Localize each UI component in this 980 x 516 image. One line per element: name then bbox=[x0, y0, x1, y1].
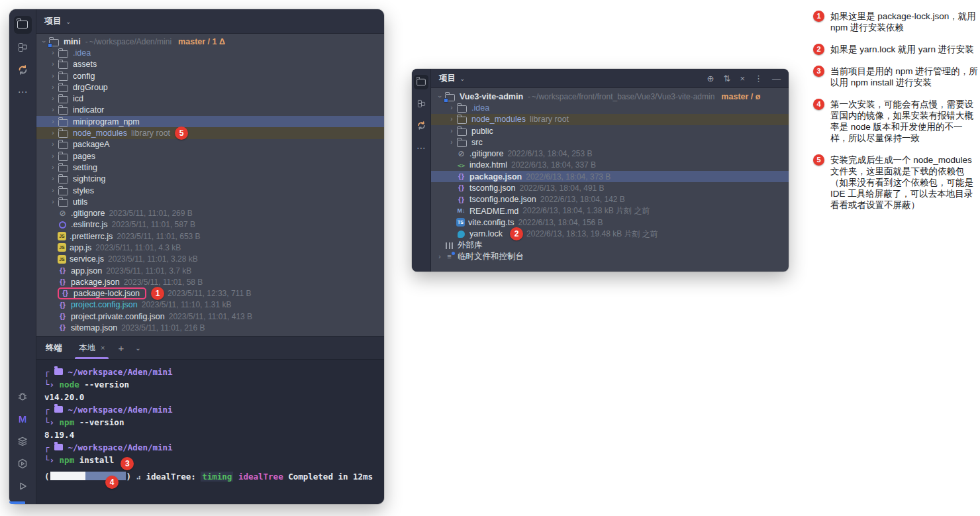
chevron-icon[interactable]: › bbox=[447, 116, 456, 123]
collapse-all-icon[interactable]: × bbox=[740, 74, 745, 83]
more-options-icon[interactable]: ⋮ bbox=[754, 74, 763, 83]
tree-item-vite.config.ts[interactable]: TSvite.config.ts2022/6/13, 18:04, 156 B bbox=[431, 217, 789, 228]
chevron-icon[interactable]: › bbox=[447, 139, 456, 146]
debug-bug-icon[interactable] bbox=[9, 385, 36, 407]
tree-item-.eslintrc.js[interactable]: .eslintrc.js2023/5/11, 11:01, 587 B bbox=[36, 219, 384, 231]
chevron-icon[interactable]: › bbox=[48, 61, 58, 68]
tree-item-project.config.json[interactable]: {}project.config.json2023/5/11, 11:10, 1… bbox=[36, 299, 384, 311]
tree-item-yarn.lock[interactable]: yarn.lock22022/6/13, 18:13, 19.48 kB 片刻 … bbox=[431, 229, 789, 240]
tree-item-styles[interactable]: ›styles bbox=[36, 185, 384, 196]
marker-badge-3: 3 bbox=[813, 66, 824, 77]
close-tab-icon[interactable]: × bbox=[101, 344, 105, 352]
chevron-icon[interactable]: › bbox=[48, 141, 58, 148]
tree-item-package.json[interactable]: {}package.json2023/5/11, 11:01, 58 B bbox=[36, 276, 384, 287]
left-toolwindow-stripe: ⋯ M bbox=[9, 9, 36, 504]
root-path-dash: - bbox=[528, 92, 530, 101]
locate-file-icon[interactable]: ⊕ bbox=[707, 74, 714, 83]
structure-grid-icon[interactable] bbox=[9, 36, 36, 58]
tree-item-app.js[interactable]: JSapp.js2023/5/11, 11:01, 4.3 kB bbox=[36, 242, 384, 253]
tree-item-project.private.config.json[interactable]: {}project.private.config.json2023/5/11, … bbox=[36, 311, 384, 322]
tree-item-.prettierrc.js[interactable]: JS.prettierrc.js2023/5/11, 11:01, 653 B bbox=[36, 231, 384, 242]
tree-item-miniprogram_npm[interactable]: ›miniprogram_npm bbox=[36, 116, 384, 127]
tree-item-临时文件和控制台[interactable]: ›≡临时文件和控制台 bbox=[431, 251, 789, 262]
md-icon: M↓ bbox=[456, 207, 466, 216]
tree-item-service.js[interactable]: JSservice.js2023/5/11, 11:01, 3.28 kB bbox=[36, 254, 384, 265]
expand-all-icon[interactable]: ⇅ bbox=[724, 74, 731, 83]
more-dots-icon[interactable]: ⋯ bbox=[412, 136, 430, 158]
tree-item-setting[interactable]: ›setting bbox=[36, 162, 384, 173]
tree-item-app.json[interactable]: {}app.json2023/5/11, 11:01, 3.7 kB bbox=[36, 265, 384, 276]
terminal-line: v14.20.0 bbox=[44, 391, 384, 403]
tree-item-indicator[interactable]: ›indicator bbox=[36, 105, 384, 116]
tree-item-sitemap.json[interactable]: {}sitemap.json2023/5/11, 11:01, 216 B bbox=[36, 322, 384, 333]
project-folder-icon[interactable] bbox=[412, 71, 430, 93]
chevron-expanded-icon[interactable]: › bbox=[436, 92, 443, 101]
tree-item-packageA[interactable]: ›packageA bbox=[36, 139, 384, 150]
tree-item-vue3-vite-admin-root[interactable]: › Vue3-vite-admin - ~/workspace/front/fr… bbox=[431, 91, 789, 102]
tree-item-tsconfig.json[interactable]: {}tsconfig.json2022/6/13, 18:04, 491 B bbox=[431, 182, 789, 193]
tree-item-.idea[interactable]: ›.idea bbox=[431, 102, 789, 113]
chevron-expanded-icon[interactable]: › bbox=[40, 37, 47, 46]
tree-item-package.json[interactable]: {}package.json2022/6/13, 18:04, 373 B bbox=[431, 171, 789, 182]
terminal-tab-local[interactable]: 本地 × bbox=[72, 336, 112, 359]
project-folder-icon[interactable] bbox=[9, 13, 36, 36]
hide-panel-icon[interactable]: — bbox=[772, 74, 781, 83]
chevron-icon[interactable]: › bbox=[48, 130, 58, 136]
chevron-icon[interactable]: › bbox=[447, 105, 456, 111]
tree-item-config[interactable]: ›config bbox=[36, 70, 384, 81]
more-dots-icon[interactable]: ⋯ bbox=[9, 81, 36, 103]
tree-item-utils[interactable]: ›utils bbox=[36, 196, 384, 207]
chevron-down-icon[interactable]: ⌄ bbox=[66, 18, 71, 25]
tree-item-.gitignore[interactable]: ⊘.gitignore2022/6/13, 18:04, 253 B bbox=[431, 148, 789, 159]
annotation-text: 如果这里是 package-lock.json，就用 npm 进行安装依赖 bbox=[830, 11, 980, 33]
tree-item-node_modules[interactable]: ›node_moduleslibrary root5 bbox=[36, 127, 384, 138]
terminal-options-chevron-icon[interactable]: ⌄ bbox=[130, 336, 146, 359]
tree-item-src[interactable]: ›src bbox=[431, 136, 789, 148]
tree-item-README.md[interactable]: M↓README.md2022/6/13, 18:04, 1.38 kB 片刻 … bbox=[431, 205, 789, 217]
tree-item-tsconfig.node.json[interactable]: {}tsconfig.node.json2022/6/13, 18:04, 14… bbox=[431, 194, 789, 205]
structure-grid-icon[interactable] bbox=[412, 93, 430, 115]
chevron-icon[interactable]: › bbox=[48, 176, 58, 182]
tree-item-mini-root[interactable]: › mini - ~/workspace/Aden/mini master / … bbox=[36, 36, 384, 47]
chevron-icon[interactable]: › bbox=[48, 107, 58, 113]
chevron-icon[interactable]: › bbox=[435, 254, 444, 260]
chevron-icon[interactable]: › bbox=[48, 119, 58, 125]
eslint-icon bbox=[58, 220, 68, 229]
file-label: setting bbox=[73, 163, 97, 172]
chevron-icon[interactable]: › bbox=[48, 73, 58, 79]
git-commit-icon[interactable] bbox=[412, 115, 430, 136]
terminal-output[interactable]: ┌~/workspace/Aden/mini└› node --versionv… bbox=[36, 360, 384, 504]
tree-item-drgGroup[interactable]: ›drgGroup bbox=[36, 81, 384, 93]
chevron-icon[interactable]: › bbox=[447, 128, 456, 134]
tree-item-node_modules[interactable]: ›node_moduleslibrary root bbox=[431, 114, 789, 125]
project-tab-label[interactable]: 项目 bbox=[44, 15, 62, 27]
terminal-cwd-path: ~/workspace/Aden/mini bbox=[68, 367, 173, 377]
terminal-panel-title[interactable]: 终端 bbox=[36, 336, 72, 359]
chevron-icon[interactable]: › bbox=[48, 50, 58, 56]
chevron-icon[interactable]: › bbox=[48, 153, 58, 160]
tree-item-.idea[interactable]: ›.idea bbox=[36, 47, 384, 58]
project-tab-label[interactable]: 项目 bbox=[439, 73, 456, 84]
services-layers-icon[interactable] bbox=[9, 430, 36, 452]
tree-item-icd[interactable]: ›icd bbox=[36, 93, 384, 104]
tree-item-外部库[interactable]: 外部库 bbox=[431, 240, 789, 251]
tree-item-pages[interactable]: ›pages bbox=[36, 150, 384, 162]
tree-item-index.html[interactable]: <>index.html2022/6/13, 18:04, 337 B bbox=[431, 160, 789, 171]
profiler-icon[interactable] bbox=[9, 452, 36, 475]
new-terminal-icon[interactable]: + bbox=[112, 336, 130, 359]
chevron-icon[interactable]: › bbox=[48, 164, 58, 171]
tree-item-package-lock.json[interactable]: {}package-lock.json12023/5/11, 12:33, 71… bbox=[36, 288, 384, 299]
tree-item-sightcing[interactable]: ›sightcing bbox=[36, 174, 384, 185]
m-plugin-icon[interactable]: M bbox=[9, 407, 36, 430]
chevron-icon[interactable]: › bbox=[48, 199, 58, 205]
tree-item-assets[interactable]: ›assets bbox=[36, 59, 384, 70]
tree-item-.gitignore[interactable]: ⊘.gitignore2023/5/11, 11:01, 269 B bbox=[36, 207, 384, 219]
chevron-icon[interactable]: › bbox=[48, 95, 58, 102]
git-commit-icon[interactable] bbox=[9, 58, 36, 81]
chevron-icon[interactable]: › bbox=[48, 187, 58, 194]
file-label: pages bbox=[73, 152, 95, 161]
tree-item-public[interactable]: ›public bbox=[431, 125, 789, 136]
run-play-icon[interactable] bbox=[9, 475, 36, 497]
chevron-icon[interactable]: › bbox=[48, 84, 58, 91]
chevron-down-icon[interactable]: ⌄ bbox=[460, 75, 465, 82]
